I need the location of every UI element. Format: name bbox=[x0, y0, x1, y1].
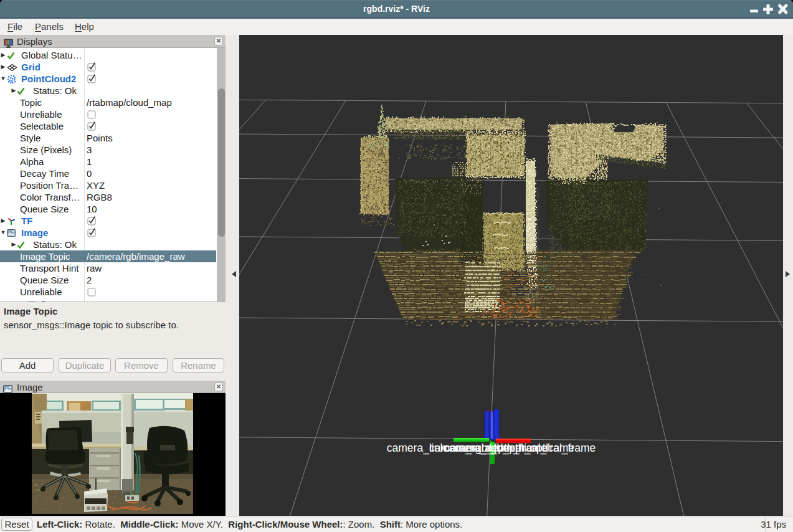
svg-text:camera_depth_optical_frame: camera_depth_optical_frame bbox=[455, 442, 596, 455]
